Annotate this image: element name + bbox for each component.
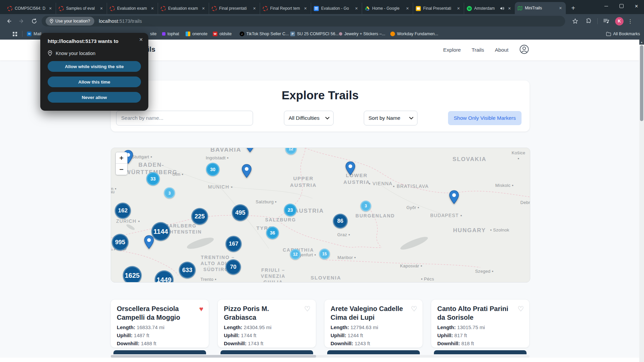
favorite-heart-icon[interactable]: ♡ [304, 305, 310, 313]
difficulty-select[interactable]: All Difficulties [284, 111, 334, 125]
all-bookmarks-button[interactable]: All Bookmarks [606, 28, 640, 40]
tab-close-icon[interactable]: ✕ [558, 5, 563, 11]
favorite-heart-icon[interactable]: ♥ [199, 305, 203, 313]
sort-select[interactable]: Sort by Name [364, 111, 417, 125]
marker-cluster[interactable]: 23 [284, 204, 297, 216]
dialog-close-icon[interactable]: ✕ [139, 37, 143, 42]
tab-close-icon[interactable]: ✕ [405, 6, 410, 11]
marker-cluster[interactable]: 495 [232, 204, 249, 221]
marker-cluster[interactable]: 633 [179, 262, 196, 278]
marker-cluster[interactable]: 30 [206, 163, 219, 176]
bookmark-workday[interactable]: Workday Fundamen... [390, 28, 438, 40]
media-controls-icon[interactable] [602, 16, 611, 26]
bookmark-site[interactable]: site [150, 28, 156, 40]
back-button[interactable] [4, 16, 13, 26]
scroll-up-arrow[interactable]: ▲ [639, 40, 644, 45]
marker-cluster[interactable]: 70 [226, 259, 241, 275]
page-vertical-scrollbar[interactable]: ▲ [639, 40, 644, 362]
browser-tab[interactable]: Amsterdam✕ [464, 3, 515, 14]
marker-cluster[interactable]: 33 [146, 172, 160, 186]
browser-tab[interactable]: COMPSCI564: D✕ [5, 3, 56, 14]
never-allow-button[interactable]: Never allow [48, 92, 141, 103]
browser-menu-icon[interactable]: ⋮ [628, 18, 633, 24]
tab-close-icon[interactable]: ✕ [48, 6, 53, 11]
tab-close-icon[interactable]: ✕ [99, 6, 104, 11]
trail-card[interactable]: Pizzo Poris M. Grabiasca ♡ Length: 24304… [218, 300, 316, 354]
trail-card-action-button[interactable] [113, 350, 206, 354]
map-pin-marker[interactable] [345, 161, 355, 176]
bookmark-star-icon[interactable] [571, 16, 580, 26]
marker-cluster[interactable]: 3 [360, 201, 371, 211]
marker-cluster[interactable]: 86 [333, 214, 348, 228]
window-close-button[interactable]: ✕ [629, 0, 644, 12]
tab-close-icon[interactable]: ✕ [507, 6, 512, 11]
marker-cluster[interactable]: 225 [191, 208, 208, 225]
tab-close-icon[interactable]: ✕ [201, 6, 206, 11]
user-account-icon[interactable] [519, 44, 529, 56]
tab-close-icon[interactable]: ✕ [303, 6, 308, 11]
location-permission-chip[interactable]: Use your location? [46, 17, 94, 25]
bookmark-tiktok[interactable]: ♪TikTok Shop Seller C... [240, 28, 289, 40]
trail-card[interactable]: Orscellera Pesciola Campelli da Moggio ♥… [111, 300, 209, 354]
allow-while-visiting-button[interactable]: Allow while visiting the site [48, 61, 141, 72]
nav-link-about[interactable]: About [495, 47, 508, 53]
browser-tab[interactable]: Samples of eval✕ [56, 3, 107, 14]
browser-tab[interactable]: Final presentati✕ [209, 3, 260, 14]
extensions-icon[interactable] [584, 16, 593, 26]
allow-this-time-button[interactable]: Allow this time [48, 76, 141, 87]
marker-cluster[interactable]: 12 [290, 249, 301, 260]
trail-card-action-button[interactable] [327, 350, 420, 354]
tab-audio-icon[interactable] [500, 6, 504, 10]
tab-close-icon[interactable]: ✕ [252, 6, 257, 11]
map-pin-marker[interactable] [245, 148, 255, 154]
bookmark-tophat[interactable]: tophat [162, 28, 179, 40]
profile-avatar[interactable]: K [615, 17, 624, 25]
new-tab-button[interactable]: + [568, 3, 578, 13]
browser-tab-active[interactable]: MiniTrails✕ [515, 2, 566, 14]
bookmark-onenote[interactable]: onenote [186, 28, 207, 40]
marker-cluster[interactable]: 1144 [151, 222, 170, 241]
bookmark-jewelry[interactable]: Jewelry + Stickers –... [339, 28, 385, 40]
tab-close-icon[interactable]: ✕ [150, 6, 155, 11]
trail-card[interactable]: Canto Alto Prati Parini da Sorisole ♡ Le… [431, 300, 529, 354]
browser-tab[interactable]: Evaluation - Go✕ [311, 3, 362, 14]
scrollbar-thumb[interactable] [111, 355, 316, 358]
show-visible-markers-button[interactable]: Show Only Visible Markers [448, 111, 522, 125]
marker-cluster[interactable]: 995 [112, 234, 129, 251]
tab-close-icon[interactable]: ✕ [354, 6, 359, 11]
window-minimize-button[interactable] [599, 0, 614, 12]
reload-button[interactable] [30, 16, 39, 26]
browser-tab[interactable]: Home - Google✕ [362, 3, 413, 14]
apps-grid-icon[interactable] [13, 28, 16, 40]
forward-button[interactable] [17, 16, 26, 26]
browser-tab[interactable]: Final Report tem✕ [260, 3, 311, 14]
favorite-heart-icon[interactable]: ♡ [517, 305, 524, 313]
scrollbar-thumb[interactable] [640, 45, 643, 121]
trail-map[interactable]: BAVARIABADEN- WÜRTTEMBERGUPPER AUSTRIALO… [111, 148, 530, 282]
window-maximize-button[interactable] [614, 0, 629, 12]
nav-link-trails[interactable]: Trails [472, 47, 484, 53]
bookmark-mail[interactable]: ✉Mail [27, 28, 41, 40]
address-bar[interactable]: Use your location? localhost:5173/trails [42, 16, 565, 27]
marker-cluster[interactable]: 167 [226, 236, 242, 252]
map-pin-marker[interactable] [144, 235, 154, 250]
trail-card[interactable]: Arete Valegino Cadelle Cima dei Lupi ♡ L… [325, 300, 423, 354]
map-pin-marker[interactable] [449, 190, 459, 205]
marker-cluster[interactable]: 36 [266, 226, 279, 239]
trail-card-action-button[interactable] [220, 350, 313, 354]
zoom-in-button[interactable]: + [116, 152, 127, 163]
trail-card-action-button[interactable] [434, 350, 527, 354]
browser-tab[interactable]: Evaluation exam✕ [107, 3, 158, 14]
favorite-heart-icon[interactable]: ♡ [411, 305, 417, 313]
search-input[interactable] [116, 111, 253, 125]
cards-horizontal-scrollbar[interactable] [111, 355, 530, 358]
nav-link-explore[interactable]: Explore [443, 47, 461, 53]
tab-close-icon[interactable]: ✕ [456, 6, 461, 11]
bookmark-compsci[interactable]: PSU 25 COMPSCI 56... [290, 28, 339, 40]
marker-cluster[interactable]: 15 [319, 249, 330, 259]
browser-tab[interactable]: Final Presentati✕ [413, 3, 464, 14]
zoom-out-button[interactable]: − [116, 163, 127, 175]
marker-cluster[interactable]: 162 [115, 203, 131, 219]
map-pin-marker[interactable] [242, 164, 252, 179]
marker-cluster[interactable]: 1625 [123, 266, 142, 282]
